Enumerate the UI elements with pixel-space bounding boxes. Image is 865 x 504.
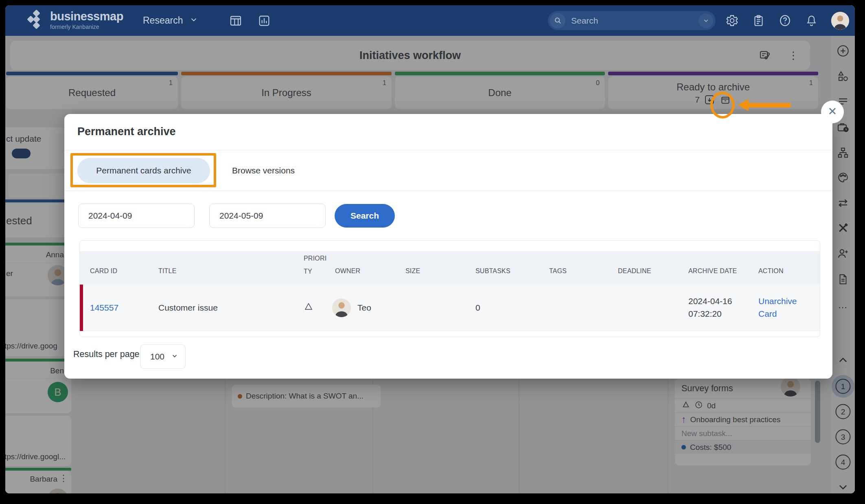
workspace-selector[interactable]: Research xyxy=(143,5,198,36)
settings-gear-icon[interactable] xyxy=(725,14,739,27)
search-icon xyxy=(550,13,565,28)
date-from-input[interactable] xyxy=(78,204,195,228)
permanent-archive-modal: Permanent archive Permanent cards archiv… xyxy=(64,114,832,379)
search-input[interactable] xyxy=(565,16,699,26)
table-row: 145557 Customer issue Teo 0 2024-04-16 0… xyxy=(80,285,820,331)
col-header-subtasks: SUBTASKS xyxy=(475,267,549,285)
results-per-page-select[interactable]: 100 xyxy=(140,344,186,369)
unarchive-card-link[interactable]: Unarchive Card xyxy=(758,295,820,320)
card-title-cell: Customer issue xyxy=(158,303,304,313)
row-priority-stripe xyxy=(80,285,83,331)
board-view-icon[interactable] xyxy=(229,14,242,27)
archive-table: CARD ID TITLE PRIORITY OWNER SIZE SUBTAS… xyxy=(79,240,820,337)
col-header-size: SIZE xyxy=(405,267,475,285)
archive-date-cell: 2024-04-16 07:32:20 xyxy=(688,295,758,320)
chevron-down-icon xyxy=(171,352,178,361)
avatar-teo xyxy=(332,298,351,317)
search-button[interactable]: Search xyxy=(335,204,395,228)
col-header-owner: OWNER xyxy=(328,267,405,285)
col-header-archive-date: ARCHIVE DATE xyxy=(688,267,758,285)
priority-triangle-icon xyxy=(304,302,328,313)
close-icon xyxy=(827,106,838,118)
tab-browse-versions[interactable]: Browse versions xyxy=(232,158,295,183)
date-to-input[interactable] xyxy=(209,204,326,228)
modal-title: Permanent archive xyxy=(77,125,176,138)
owner-name: Teo xyxy=(357,303,371,313)
col-header-title: TITLE xyxy=(158,267,304,285)
tab-permanent-cards-archive[interactable]: Permanent cards archive xyxy=(77,158,210,183)
logo-icon xyxy=(27,10,45,31)
logo-title: businessmap xyxy=(50,11,123,22)
top-navbar: businessmap formerly Kanbanize Research xyxy=(5,5,855,36)
col-header-tags: TAGS xyxy=(549,267,618,285)
card-id-link[interactable]: 145557 xyxy=(80,303,158,313)
help-icon[interactable] xyxy=(778,14,792,27)
chevron-down-icon xyxy=(189,15,198,26)
app-window: Initiatives workflow ⋮ Requested 1 In Pr… xyxy=(5,5,855,493)
notifications-bell-icon[interactable] xyxy=(805,14,818,27)
analytics-icon[interactable] xyxy=(258,14,271,27)
user-avatar[interactable] xyxy=(831,12,849,30)
col-header-priority: PRIORITY xyxy=(304,252,328,285)
modal-close-button[interactable] xyxy=(821,101,844,123)
global-search[interactable] xyxy=(548,11,716,30)
col-header-action: ACTION xyxy=(758,267,820,285)
search-scope-chevron-icon[interactable] xyxy=(699,13,713,28)
col-header-card-id: CARD ID xyxy=(80,267,158,285)
logo[interactable]: businessmap formerly Kanbanize xyxy=(27,10,123,31)
results-per-page-label: Results per page xyxy=(73,349,140,359)
logo-subtitle: formerly Kanbanize xyxy=(50,24,123,30)
owner-cell: Teo xyxy=(328,298,405,317)
subtasks-cell: 0 xyxy=(475,303,549,313)
col-header-deadline: DEADLINE xyxy=(618,267,688,285)
table-header-row: CARD ID TITLE PRIORITY OWNER SIZE SUBTAS… xyxy=(80,251,820,285)
clipboard-icon[interactable] xyxy=(752,14,765,27)
